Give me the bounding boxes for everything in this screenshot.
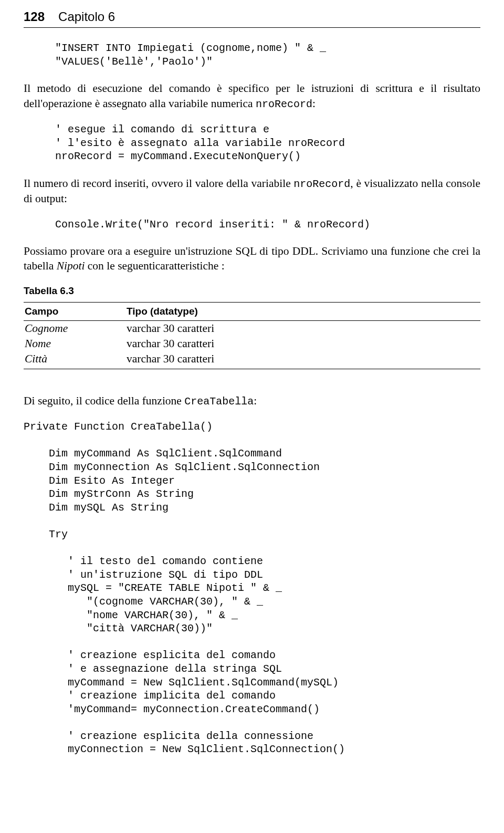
chapter-label: Capitolo 6	[58, 9, 115, 24]
header-left: 128 Capitolo 6	[24, 9, 115, 24]
code-snippet-2: ' esegue il comando di scrittura e ' l'e…	[24, 123, 480, 163]
page-header: 128 Capitolo 6	[24, 9, 480, 28]
text: Di seguito, il codice della funzione	[24, 394, 184, 407]
table-cell: Nome	[24, 336, 125, 351]
table-cell: Città	[24, 351, 125, 369]
page: 128 Capitolo 6 "INSERT INTO Impiegati (c…	[0, 0, 504, 833]
table-header: Campo	[24, 302, 125, 320]
code-snippet-1: "INSERT INTO Impiegati (cognome,nome) " …	[24, 41, 480, 68]
paragraph-1: Il metodo di esecuzione del comando è sp…	[24, 81, 480, 111]
data-table: Campo Tipo (datatype) Cognome varchar 30…	[24, 302, 480, 369]
text: Il numero di record inseriti, ovvero il …	[24, 177, 293, 190]
table-label: Tabella 6.3	[24, 285, 480, 297]
table-cell: Cognome	[24, 320, 125, 336]
code-snippet-4: Private Function CreaTabella() Dim myCom…	[24, 420, 480, 756]
table-row: Città varchar 30 caratteri	[24, 351, 480, 369]
text: Il metodo di esecuzione del comando è sp…	[24, 82, 480, 109]
inline-code: nroRecord	[256, 98, 312, 110]
table-cell: varchar 30 caratteri	[125, 320, 480, 336]
paragraph-3: Possiamo provare ora a eseguire un'istru…	[24, 244, 480, 274]
code-snippet-3: Console.Write("Nro record inseriti: " & …	[24, 218, 480, 232]
italic-text: Nipoti	[57, 259, 85, 272]
text: :	[312, 97, 316, 110]
text: con le seguenticaratteristiche :	[85, 259, 224, 272]
table-cell: varchar 30 caratteri	[125, 351, 480, 369]
inline-code: nroRecord	[293, 178, 350, 190]
table-row: Nome varchar 30 caratteri	[24, 336, 480, 351]
paragraph-2: Il numero di record inseriti, ovvero il …	[24, 176, 480, 206]
table-header-row: Campo Tipo (datatype)	[24, 302, 480, 320]
text: :	[254, 394, 257, 407]
table-row: Cognome varchar 30 caratteri	[24, 320, 480, 336]
table-header: Tipo (datatype)	[125, 302, 480, 320]
paragraph-4: Di seguito, il codice della funzione Cre…	[24, 393, 480, 409]
page-number: 128	[24, 9, 45, 24]
inline-code: CreaTabella	[184, 395, 254, 408]
table-cell: varchar 30 caratteri	[125, 336, 480, 351]
